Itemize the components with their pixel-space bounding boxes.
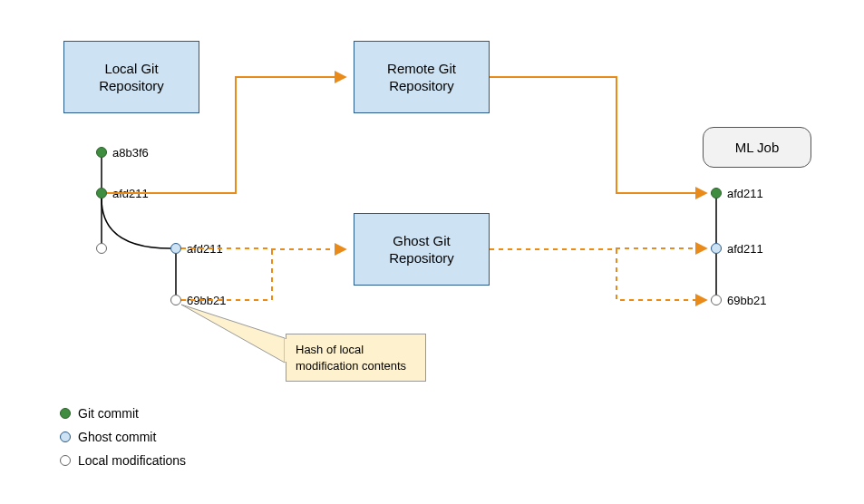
connectors	[0, 0, 864, 504]
svg-marker-5	[181, 305, 285, 363]
